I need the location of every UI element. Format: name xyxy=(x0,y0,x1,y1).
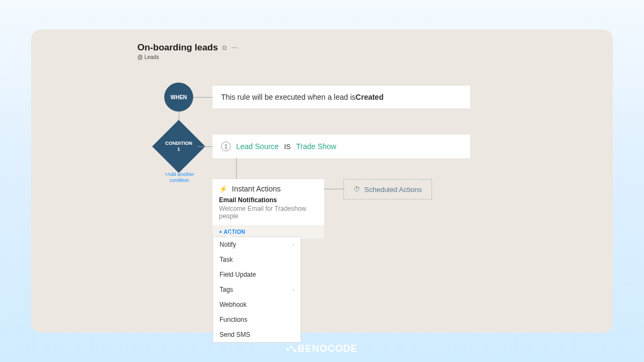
page-header: On-boarding leads ⧉ ⋯ @ Leads xyxy=(137,42,592,60)
dropdown-item-label: Notify xyxy=(219,241,236,248)
chevron-right-icon: › xyxy=(292,242,294,248)
when-label: WHEN xyxy=(171,94,187,100)
condition-node[interactable]: CONDITION 1 xyxy=(160,128,197,165)
workflow-canvas: WHEN This rule will be executed when a l… xyxy=(52,60,592,339)
scheduled-actions-card[interactable]: ⏱ Scheduled Actions xyxy=(343,179,432,200)
dropdown-item-label: Task xyxy=(219,256,233,263)
dropdown-item-label: Field Update xyxy=(219,271,256,278)
action-description: Welcome Email for Tradeshow people xyxy=(213,205,324,225)
dropdown-item-label: Functions xyxy=(219,316,247,323)
page-subtitle: @ Leads xyxy=(137,54,592,60)
condition-card[interactable]: 1 Lead Source IS Trade Show xyxy=(213,135,470,158)
condition-label: CONDITION xyxy=(165,141,193,146)
instant-actions-card[interactable]: ⚡ Instant Actions Email Notifications We… xyxy=(213,179,324,239)
add-condition-link[interactable]: +Add another condition xyxy=(162,172,196,183)
dropdown-item-label: Send SMS xyxy=(219,331,250,338)
more-icon[interactable]: ⋯ xyxy=(231,44,238,51)
when-card[interactable]: This rule will be executed when a lead i… xyxy=(213,86,470,108)
when-trigger-value: Created xyxy=(356,93,384,101)
when-node[interactable]: WHEN xyxy=(164,83,193,112)
workflow-editor-panel: On-boarding leads ⧉ ⋯ @ Leads WHEN This … xyxy=(31,29,613,333)
condition-step-number: 1 xyxy=(221,142,231,151)
brand-logo-icon xyxy=(286,344,296,354)
dropdown-item[interactable]: Task xyxy=(213,252,301,267)
condition-field[interactable]: Lead Source xyxy=(236,142,279,151)
dropdown-item[interactable]: Tags› xyxy=(213,282,301,297)
dropdown-item-label: Webhook xyxy=(219,301,246,308)
dropdown-item[interactable]: Field Update xyxy=(213,267,301,282)
connector-line xyxy=(197,146,213,147)
action-type-label: Email Notifications xyxy=(213,196,324,205)
brand-name: BENOCODE xyxy=(297,343,357,354)
dropdown-item[interactable]: Webhook xyxy=(213,297,301,312)
condition-number: 1 xyxy=(177,146,180,152)
clock-icon: ⏱ xyxy=(354,186,360,193)
popout-icon[interactable]: ⧉ xyxy=(222,44,227,51)
dropdown-item[interactable]: Send SMS xyxy=(213,327,301,342)
brand-logo: BENOCODE xyxy=(286,343,357,354)
bolt-icon: ⚡ xyxy=(219,185,228,193)
connector-line xyxy=(324,189,343,189)
when-text: This rule will be executed when a lead i… xyxy=(221,93,356,101)
dropdown-item-label: Tags xyxy=(219,286,233,293)
dropdown-item[interactable]: Functions xyxy=(213,312,301,327)
chevron-right-icon: › xyxy=(292,287,294,293)
dropdown-item[interactable]: Notify› xyxy=(213,237,301,252)
instant-actions-title: Instant Actions xyxy=(232,184,281,193)
scheduled-actions-title: Scheduled Actions xyxy=(364,186,422,194)
condition-operator: IS xyxy=(284,143,290,151)
action-dropdown: Notify›TaskField UpdateTags›WebhookFunct… xyxy=(213,237,301,343)
connector-line xyxy=(193,97,213,98)
condition-value[interactable]: Trade Show xyxy=(296,142,336,151)
page-title: On-boarding leads xyxy=(137,42,218,53)
